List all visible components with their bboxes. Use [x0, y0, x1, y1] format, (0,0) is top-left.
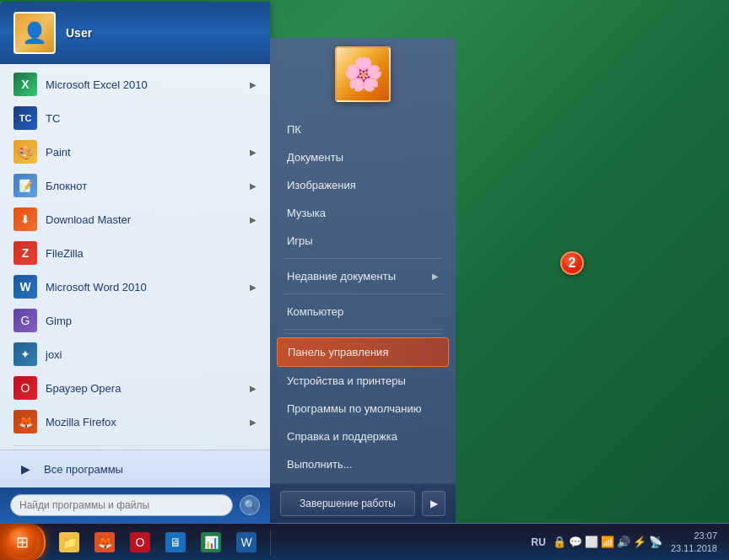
right-menu-item-recent[interactable]: Недавние документы ▶ [270, 262, 456, 290]
right-menu-label-devices: Устройства и принтеры [287, 374, 406, 387]
app-icon-joxi: ✦ [14, 342, 37, 366]
right-menu-label-docs: Документы [287, 151, 343, 164]
flower-image [335, 46, 391, 102]
taskbar-icons: 📁🦊O🖥📊W [49, 525, 267, 559]
all-programs-label: Все программы [44, 463, 123, 476]
shutdown-arrow-button[interactable]: ▶ [422, 491, 446, 516]
search-button[interactable]: 🔍 [240, 495, 260, 515]
taskbar-icon-img-monitor: 📊 [201, 532, 221, 552]
clock-date: 23.11.2018 [671, 542, 717, 554]
taskbar-icon-word2[interactable]: W [230, 525, 263, 559]
app-name-joxi: joxi [46, 348, 62, 361]
start-menu: 👤 User X Microsoft Excel 2010 ▶ TC TC 🎨 … [0, 2, 456, 523]
app-icon-tc: TC [14, 106, 37, 130]
app-item-word[interactable]: W Microsoft Word 2010 ▶ [0, 270, 270, 304]
right-menu-item-docs[interactable]: Документы [270, 143, 456, 171]
app-item-filezilla[interactable]: Z FileZilla [0, 236, 270, 270]
search-bar: 🔍 [0, 487, 270, 523]
start-orb [7, 527, 37, 557]
app-name-firefox: Mozilla Firefox [46, 416, 116, 428]
right-menu-item-pc[interactable]: ПК [270, 116, 456, 143]
right-menu-label-games: Игры [287, 234, 313, 247]
start-menu-right: ПК Документы Изображения Музыка Игры Нед… [270, 38, 456, 523]
app-item-joxi[interactable]: ✦ joxi [0, 337, 270, 371]
app-icon-filezilla: Z [14, 241, 37, 265]
app-arrow-download: ▶ [250, 215, 256, 224]
app-name-notepad: Блокнот [46, 180, 87, 192]
app-icon-download: ⬇ [14, 207, 37, 231]
clock-time: 23:07 [694, 530, 717, 541]
badge-2: 2 [560, 251, 584, 275]
app-item-gimp[interactable]: G Gimp [0, 304, 270, 337]
tray-lock-icon: 🔒 [553, 536, 566, 548]
app-item-notepad[interactable]: 📝 Блокнот ▶ [0, 169, 270, 202]
lang-indicator[interactable]: RU [528, 535, 549, 550]
app-item-firefox[interactable]: 🦊 Mozilla Firefox ▶ [0, 405, 270, 439]
right-menu-label-computer: Компьютер [287, 305, 343, 318]
user-profile: 👤 User [0, 2, 270, 64]
right-menu-label-help: Справка и поддержка [287, 430, 397, 443]
app-arrow-paint: ▶ [250, 148, 256, 157]
all-programs-item[interactable]: ▶ Все программы [0, 450, 270, 487]
clock[interactable]: 23:07 23.11.2018 [666, 530, 722, 554]
app-name-tc: TC [46, 112, 60, 125]
taskbar-right: RU 🔒 💬 ⬜ 📶 🔊 ⚡ 📡 23:07 23.11.2018 [528, 530, 729, 554]
right-menu-label-control_panel: Панель управления [288, 346, 388, 358]
user-name: User [66, 26, 92, 40]
right-menu-label-images: Изображения [287, 179, 356, 191]
taskbar-icon-img-word2: W [236, 532, 256, 552]
app-icon-gimp: G [14, 309, 37, 332]
right-divider-after-recent [284, 293, 442, 294]
tray-battery-icon: ⚡ [633, 536, 646, 548]
app-item-download[interactable]: ⬇ Download Master ▶ [0, 202, 270, 236]
tray-wifi-icon: 📡 [649, 536, 662, 548]
app-item-excel[interactable]: X Microsoft Excel 2010 ▶ [0, 67, 270, 101]
search-input[interactable] [10, 494, 233, 516]
app-item-tc[interactable]: TC TC [0, 101, 270, 135]
taskbar-icon-monitor[interactable]: 📊 [194, 525, 228, 559]
taskbar-icon-ie[interactable]: 🖥 [159, 525, 192, 559]
right-divider-after-computer [284, 329, 442, 330]
taskbar-icon-opera[interactable]: O [123, 525, 157, 559]
right-menu-item-music[interactable]: Музыка [270, 199, 456, 227]
right-menu-item-defaults[interactable]: Программы по умолчанию [270, 395, 456, 423]
right-menu-item-control_panel[interactable]: Панель управления [277, 337, 449, 367]
taskbar-icon-firefox[interactable]: 🦊 [88, 525, 122, 559]
app-icon-firefox: 🦊 [14, 410, 37, 433]
start-button[interactable] [0, 524, 46, 561]
app-name-filezilla: FileZilla [46, 247, 84, 260]
app-item-paint[interactable]: 🎨 Paint ▶ [0, 135, 270, 169]
right-menu-item-devices[interactable]: Устройства и принтеры [270, 367, 456, 395]
shutdown-button[interactable]: Завершение работы [280, 491, 415, 516]
app-arrow-opera: ▶ [250, 384, 256, 393]
taskbar-icon-img-ie: 🖥 [165, 532, 186, 552]
app-list: X Microsoft Excel 2010 ▶ TC TC 🎨 Paint ▶… [0, 64, 270, 442]
right-menu-item-run[interactable]: Выполнить... [270, 450, 456, 478]
right-divider-7 [284, 333, 442, 334]
app-name-word: Microsoft Word 2010 [46, 281, 147, 293]
app-item-opera[interactable]: O Браузер Opera ▶ [0, 371, 270, 405]
system-tray: 🔒 💬 ⬜ 📶 🔊 ⚡ 📡 [553, 536, 662, 548]
right-menu-label-defaults: Программы по умолчанию [287, 402, 421, 415]
tray-msg-icon: 💬 [569, 536, 582, 548]
taskbar-divider [270, 530, 271, 555]
taskbar-icon-explorer[interactable]: 📁 [52, 525, 86, 559]
app-icon-paint: 🎨 [14, 140, 37, 164]
right-menu-item-games[interactable]: Игры [270, 227, 456, 255]
right-menu-item-computer[interactable]: Компьютер [270, 298, 456, 326]
app-arrow-excel: ▶ [250, 80, 256, 89]
menu-divider [14, 445, 256, 446]
right-menu-label-music: Музыка [287, 207, 326, 219]
right-menu-items: ПК Документы Изображения Музыка Игры Нед… [270, 110, 456, 483]
app-arrow-word: ▶ [250, 283, 256, 292]
right-menu-label-pc: ПК [287, 123, 301, 136]
user-avatar: 👤 [14, 12, 56, 54]
right-menu-item-help[interactable]: Справка и поддержка [270, 423, 456, 450]
start-menu-left: 👤 User X Microsoft Excel 2010 ▶ TC TC 🎨 … [0, 2, 270, 523]
taskbar-icon-img-opera: O [130, 532, 150, 552]
right-menu-item-images[interactable]: Изображения [270, 171, 456, 199]
app-arrow-firefox: ▶ [250, 417, 256, 427]
taskbar: 📁🦊O🖥📊W RU 🔒 💬 ⬜ 📶 🔊 ⚡ 📡 23:07 23.11.2018 [0, 523, 729, 560]
app-name-paint: Paint [46, 146, 71, 159]
flower-container [270, 38, 456, 110]
